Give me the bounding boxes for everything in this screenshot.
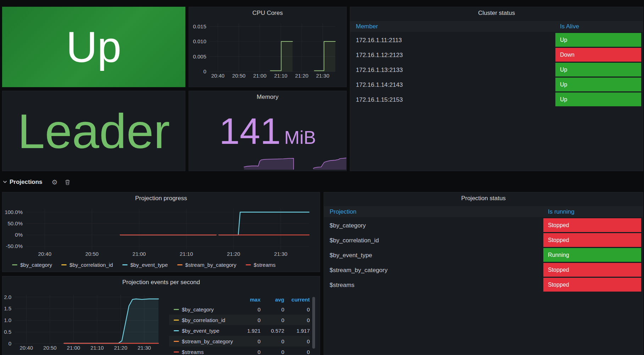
legend-item[interactable]: $by_event_type — [122, 262, 168, 268]
legend-column-max[interactable]: max — [236, 297, 261, 303]
svg-text:21:30: 21:30 — [138, 345, 151, 351]
status-pill: Up — [555, 33, 641, 47]
legend-label: $by_event_type — [130, 262, 168, 268]
cpu-cores-chart[interactable]: 20:4020:5021:0021:1021:2021:3000.0050.01… — [189, 7, 347, 87]
legend-label: $streams — [182, 349, 204, 355]
svg-text:20:40: 20:40 — [38, 251, 51, 257]
status-pill: Stopped — [543, 263, 641, 277]
svg-text:21:20: 21:20 — [227, 251, 240, 257]
legend-item[interactable]: $by_correlation_id — [169, 317, 236, 323]
svg-text:0.010: 0.010 — [193, 38, 206, 44]
legend-item[interactable]: $streams — [169, 349, 236, 355]
legend-item[interactable]: $by_correlation_id — [61, 262, 113, 268]
projections-row-label: Projections — [10, 179, 43, 186]
svg-text:21:10: 21:10 — [180, 251, 193, 257]
member-cell: 172.16.1.11:2113 — [356, 33, 402, 48]
column-header-is-alive[interactable]: Is Alive — [560, 23, 579, 30]
row-settings-button[interactable]: ⚙ — [52, 179, 58, 186]
legend-table-row: $by_category000 — [169, 304, 310, 315]
column-header-is-running[interactable]: Is running — [548, 208, 575, 215]
legend-column-avg[interactable]: avg — [261, 297, 284, 303]
panel-projection-progress: Projection progress 20:4020:5021:0021:10… — [2, 192, 320, 272]
gear-icon: ⚙ — [52, 179, 58, 186]
up-status-value: Up — [66, 26, 122, 69]
legend-value-current: 0 — [284, 338, 310, 344]
memory-number: 141 — [219, 111, 281, 152]
svg-text:0: 0 — [203, 68, 206, 74]
legend-table-row: $by_event_type1.9210.5721.917 — [169, 325, 310, 336]
member-cell: 172.16.1.14:2143 — [356, 78, 403, 92]
svg-text:20:50: 20:50 — [85, 251, 99, 257]
status-pill: Stopped — [543, 233, 641, 247]
chevron-down-icon — [3, 181, 7, 184]
column-header-member[interactable]: Member — [350, 23, 378, 30]
legend-scrollbar[interactable] — [312, 297, 315, 349]
legend-label: $by_category — [182, 306, 214, 312]
projection-progress-chart[interactable]: 20:4020:5021:0021:1021:2021:30-50.0%0%50… — [2, 192, 320, 272]
legend-item[interactable]: $by_event_type — [169, 328, 236, 334]
legend-color-dash — [174, 341, 179, 342]
leader-status-value: Leader — [18, 107, 170, 156]
table-row: $by_categoryStopped — [324, 218, 643, 233]
svg-text:20:40: 20:40 — [20, 345, 33, 351]
member-cell: 172.16.1.13:2133 — [356, 63, 403, 78]
legend-color-dash — [174, 320, 179, 321]
projection-cell: $streams — [330, 278, 354, 293]
table-row: 172.16.1.11:2113Up — [350, 33, 643, 48]
legend-item[interactable]: $by_category — [12, 262, 52, 268]
legend-value-current: 0 — [284, 317, 310, 323]
legend-value-avg: 0 — [261, 349, 284, 355]
legend-item[interactable]: $by_category — [169, 306, 236, 312]
events-legend-body: $by_category000$by_correlation_id000$by_… — [169, 304, 310, 355]
legend-table-row: $by_correlation_id000 — [169, 315, 310, 325]
legend-item[interactable]: $streams — [246, 262, 276, 268]
legend-label: $streams — [254, 262, 276, 268]
status-pill: Stopped — [543, 218, 641, 232]
panel-leader: Leader — [2, 91, 185, 171]
panel-title-projection-status[interactable]: Projection status — [324, 195, 643, 202]
panel-title-cpu-cores[interactable]: CPU Cores — [189, 10, 346, 17]
legend-color-dash — [122, 264, 128, 265]
panel-title-projection-events[interactable]: Projection events per second — [2, 279, 320, 286]
svg-text:1.0: 1.0 — [4, 317, 11, 323]
legend-color-dash — [61, 264, 67, 265]
panel-title-projection-progress[interactable]: Projection progress — [2, 195, 320, 202]
svg-text:50.0%: 50.0% — [7, 220, 23, 226]
legend-value-avg: 0.572 — [261, 328, 284, 334]
legend-label: $by_correlation_id — [182, 317, 225, 323]
legend-table-row: $stream_by_category000 — [169, 336, 310, 346]
legend-value-avg: 0 — [261, 317, 284, 323]
legend-item[interactable]: $stream_by_category — [177, 262, 236, 268]
memory-unit: MiB — [284, 127, 316, 148]
progress-legend: $by_category$by_correlation_id$by_event_… — [12, 262, 276, 268]
svg-text:-50.0%: -50.0% — [6, 243, 23, 249]
status-pill: Down — [555, 48, 641, 62]
svg-text:21:30: 21:30 — [316, 73, 330, 79]
events-legend-table: max avg current $by_category000$by_corre… — [169, 295, 310, 355]
column-header-projection[interactable]: Projection — [324, 208, 357, 215]
legend-value-avg: 0 — [261, 306, 284, 312]
legend-color-dash — [174, 309, 179, 310]
svg-text:1.5: 1.5 — [4, 305, 11, 311]
row-delete-button[interactable] — [65, 179, 70, 185]
legend-item[interactable]: $stream_by_category — [169, 338, 236, 344]
cluster-table-header: Member Is Alive — [350, 21, 643, 32]
svg-text:21:20: 21:20 — [295, 73, 309, 79]
svg-text:20:50: 20:50 — [43, 345, 57, 351]
status-pill: Running — [543, 248, 641, 262]
svg-text:21:10: 21:10 — [90, 345, 104, 351]
status-pill: Up — [555, 63, 641, 77]
svg-text:20:40: 20:40 — [211, 73, 225, 79]
legend-label: $by_correlation_id — [69, 262, 113, 268]
projections-row-header[interactable]: Projections ⚙ — [3, 176, 70, 188]
legend-label: $stream_by_category — [182, 338, 233, 344]
panel-title-memory[interactable]: Memory — [189, 94, 346, 101]
legend-value-max: 0 — [236, 338, 261, 344]
legend-column-current[interactable]: current — [284, 297, 310, 303]
legend-table-row: $streams000 — [169, 346, 310, 355]
legend-label: $by_event_type — [182, 328, 219, 334]
svg-text:0: 0 — [9, 340, 11, 346]
legend-value-avg: 0 — [261, 338, 284, 344]
panel-title-cluster-status[interactable]: Cluster status — [350, 10, 643, 17]
member-cell: 172.16.1.12:2123 — [356, 48, 403, 63]
